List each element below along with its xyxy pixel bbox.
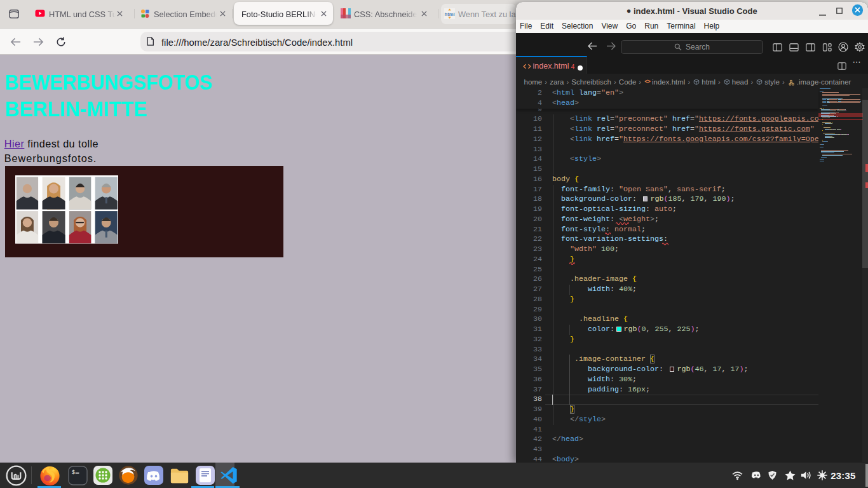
svg-text:$: $ bbox=[71, 469, 74, 475]
svg-text:html: html bbox=[445, 11, 455, 17]
